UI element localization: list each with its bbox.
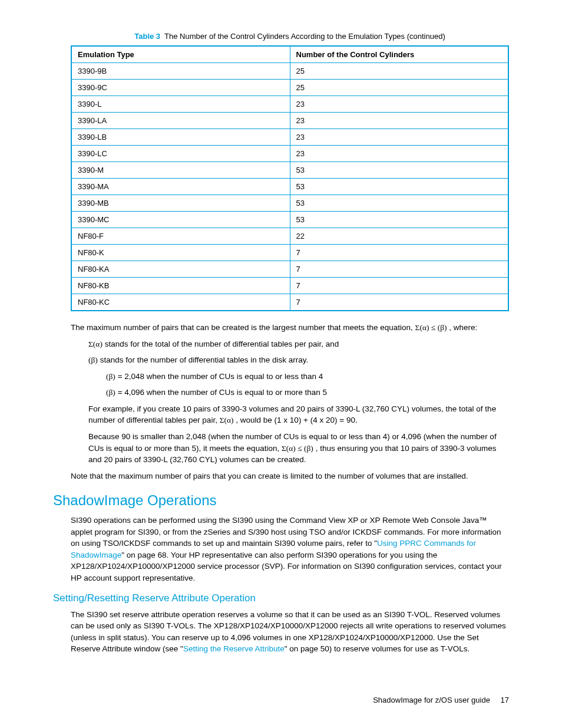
- cylinders-cell: 25: [290, 63, 508, 80]
- table-row: 3390-MB53: [71, 195, 508, 212]
- cylinders-cell: 53: [290, 162, 508, 179]
- cylinders-cell: 53: [290, 212, 508, 228]
- table-row: NF80-KB7: [71, 278, 508, 294]
- table-caption: Table 3 The Number of the Control Cylind…: [71, 32, 509, 41]
- table-header-cylinders: Number of the Control Cylinders: [290, 46, 508, 63]
- table-row: NF80-KA7: [71, 261, 508, 278]
- table-row: 3390-MC53: [71, 212, 508, 228]
- sigma-alpha-def: Σ(α) stands for the total of the number …: [88, 338, 509, 350]
- cylinders-cell: 25: [290, 80, 508, 96]
- control-cylinders-table: Emulation Type Number of the Control Cyl…: [71, 45, 509, 311]
- table-row: NF80-K7: [71, 245, 508, 261]
- equation-symbol: Σ(α) ≤ (β): [415, 323, 447, 332]
- footer-title: ShadowImage for z/OS user guide: [373, 696, 490, 704]
- cylinders-cell: 7: [290, 278, 508, 294]
- emulation-type-cell: NF80-K: [71, 245, 290, 261]
- emulation-type-cell: 3390-LB: [71, 129, 290, 146]
- footer-page-number: 17: [501, 696, 509, 704]
- table-label: Table 3: [134, 32, 160, 41]
- page-footer: ShadowImage for z/OS user guide 17: [373, 696, 509, 704]
- cylinders-cell: 23: [290, 129, 508, 146]
- emulation-type-cell: 3390-MB: [71, 195, 290, 212]
- emulation-type-cell: 3390-LA: [71, 113, 290, 129]
- table-row: 3390-LA23: [71, 113, 508, 129]
- cylinders-cell: 22: [290, 228, 508, 245]
- emulation-type-cell: 3390-MA: [71, 179, 290, 195]
- example-paragraph-1: For example, if you create 10 pairs of 3…: [88, 403, 509, 426]
- emulation-type-cell: 3390-9C: [71, 80, 290, 96]
- table-row: 3390-9B25: [71, 63, 508, 80]
- table-row: NF80-F22: [71, 228, 508, 245]
- table-row: 3390-L23: [71, 96, 508, 113]
- emulation-type-cell: NF80-KB: [71, 278, 290, 294]
- page-content: Table 3 The Number of the Control Cylind…: [71, 32, 509, 655]
- cylinders-cell: 7: [290, 294, 508, 311]
- emulation-type-cell: NF80-F: [71, 228, 290, 245]
- cylinders-cell: 23: [290, 113, 508, 129]
- emulation-type-cell: 3390-9B: [71, 63, 290, 80]
- setting-reserve-heading: Setting/Resetting Reserve Attribute Oper…: [53, 592, 509, 604]
- shadowimage-heading: ShadowImage Operations: [53, 492, 509, 509]
- table-header-emulation: Emulation Type: [71, 46, 290, 63]
- beta-4096: (β) = 4,096 when the number of CUs is eq…: [106, 387, 509, 398]
- table-row: 3390-9C25: [71, 80, 508, 96]
- shadowimage-paragraph: SI390 operations can be performed using …: [71, 515, 509, 584]
- table-row: 3390-LC23: [71, 146, 508, 162]
- cylinders-cell: 53: [290, 179, 508, 195]
- cylinders-cell: 23: [290, 146, 508, 162]
- emulation-type-cell: 3390-LC: [71, 146, 290, 162]
- cylinders-cell: 7: [290, 245, 508, 261]
- example-paragraph-2: Because 90 is smaller than 2,048 (when t…: [88, 431, 509, 466]
- cylinders-cell: 23: [290, 96, 508, 113]
- table-row: 3390-MA53: [71, 179, 508, 195]
- emulation-type-cell: 3390-L: [71, 96, 290, 113]
- cylinders-cell: 53: [290, 195, 508, 212]
- equation-intro: The maximum number of pairs that can be …: [71, 322, 509, 334]
- emulation-type-cell: NF80-KC: [71, 294, 290, 311]
- table-caption-text: The Number of the Control Cylinders Acco…: [164, 32, 445, 41]
- cylinders-cell: 7: [290, 261, 508, 278]
- setting-reserve-link[interactable]: Setting the Reserve Attribute: [183, 644, 285, 653]
- table-row: 3390-LB23: [71, 129, 508, 146]
- beta-2048: (β) = 2,048 when the number of CUs is eq…: [106, 371, 509, 383]
- beta-def: (β) stands for the number of differentia…: [88, 354, 509, 366]
- emulation-type-cell: 3390-M: [71, 162, 290, 179]
- table-row: 3390-M53: [71, 162, 508, 179]
- setting-reserve-paragraph: The SI390 set reserve attribute operatio…: [71, 609, 509, 655]
- note-paragraph: Note that the maximum number of pairs th…: [71, 470, 509, 482]
- emulation-type-cell: 3390-MC: [71, 212, 290, 228]
- table-row: NF80-KC7: [71, 294, 508, 311]
- emulation-type-cell: NF80-KA: [71, 261, 290, 278]
- table-header-row: Emulation Type Number of the Control Cyl…: [71, 46, 508, 63]
